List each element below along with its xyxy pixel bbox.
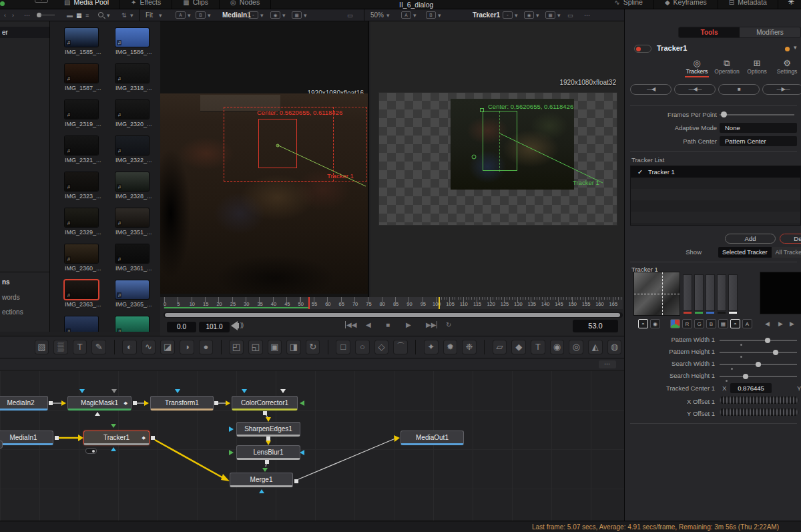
left-viewer-zoom[interactable]: Fit — [146, 11, 153, 19]
timeline-scroll-thumb[interactable] — [165, 313, 620, 317]
right-zoom-chevron-icon[interactable]: ▾ — [386, 11, 390, 19]
transform-icon[interactable]: ◰ — [230, 340, 243, 354]
text-plus-icon[interactable]: T — [73, 340, 87, 354]
media-clip[interactable]: ♫ — [115, 316, 160, 332]
top-tab-media-pool[interactable]: ▤Media Pool — [53, 0, 120, 9]
left-guides-icon[interactable]: ▦ — [292, 11, 302, 19]
right-guides-chevron-icon[interactable]: ▾ — [557, 11, 561, 19]
subtab-settings[interactable]: ⚙Settings — [772, 59, 801, 75]
show-segmented-control[interactable]: Selected Tracker All Trackers — [718, 247, 801, 258]
right-buffer-b-icon[interactable]: B — [426, 11, 436, 19]
y-offset-wheel[interactable] — [720, 409, 798, 416]
dve-icon[interactable]: ◱ — [249, 340, 262, 354]
media-clip[interactable]: ♫IMG_2320_... — [115, 100, 160, 135]
media-clip-thumbnail[interactable]: ♫ — [115, 244, 149, 263]
pattern-width-1-slider[interactable] — [720, 340, 797, 341]
search-height-1-slider[interactable] — [720, 376, 797, 377]
tracker-pattern-rect[interactable] — [258, 119, 297, 168]
node-lensblur1[interactable]: LensBlur1 — [236, 445, 300, 460]
image-plane-3d-icon[interactable]: ▱ — [493, 340, 507, 354]
media-clip[interactable]: ♫IMG_2360_... — [65, 244, 115, 279]
media-clip-thumbnail[interactable]: ♫ — [65, 136, 98, 155]
slider-handle[interactable] — [743, 374, 748, 379]
track-reverse-from-end-button[interactable]: —◀ — [630, 84, 672, 95]
media-clip[interactable]: ♫ — [65, 316, 115, 332]
color-curves-icon[interactable]: ∿ — [142, 340, 156, 354]
left-gamut-icon[interactable]: ◉ — [270, 11, 280, 19]
play-button[interactable]: ▶ — [405, 321, 412, 328]
particle-emitter-icon[interactable]: ✦ — [425, 340, 438, 354]
frames-per-point-slider[interactable] — [720, 114, 794, 115]
range-in-field[interactable]: 0.0 — [167, 322, 196, 332]
media-clip[interactable]: ♫IMG_2329_... — [65, 208, 115, 243]
add-tracker-button[interactable]: Add — [725, 234, 776, 244]
media-clip[interactable]: ♫IMG_1585_... — [65, 28, 115, 63]
right-layout-icon[interactable]: ▫ — [503, 11, 513, 19]
media-clip[interactable]: ♫IMG_2321_... — [65, 136, 115, 171]
node-sharpenedges1[interactable]: SharpenEdges1 — [236, 422, 300, 437]
left-buffer-b-icon[interactable]: B — [196, 11, 206, 19]
left-buffer-b-chevron-icon[interactable]: ▾ — [208, 11, 211, 19]
media-clip-thumbnail[interactable]: ♫ — [115, 172, 149, 191]
media-clip-thumbnail[interactable]: ♫ — [65, 64, 98, 83]
sort-icon[interactable]: ⇅ — [121, 11, 127, 19]
right-buffer-b-chevron-icon[interactable]: ▾ — [438, 11, 441, 19]
right-gamut-chevron-icon[interactable]: ▾ — [536, 11, 539, 19]
right-gamut-icon[interactable]: ◉ — [524, 11, 534, 19]
search-chevron-icon[interactable]: ▾ — [107, 11, 110, 19]
node-transform1[interactable]: Transform1 — [150, 396, 214, 411]
brightness-contrast-icon[interactable]: ◑ — [180, 340, 194, 354]
right-buffer-a-icon[interactable]: A — [401, 11, 411, 19]
media-clip[interactable]: ♫IMG_2363_... — [65, 280, 115, 315]
forward-icon[interactable]: › — [12, 11, 14, 19]
media-clip-thumbnail[interactable]: ♫ — [115, 100, 149, 119]
node-graph[interactable]: MediaIn2MagicMask1◆Transform1ColorCorrec… — [0, 370, 624, 521]
subtab-options[interactable]: ⊞Options — [742, 59, 772, 75]
text-3d-icon[interactable]: T — [531, 340, 545, 354]
pattern-first-frame-icon[interactable]: ◀ — [765, 320, 770, 327]
show-selected-tracker-option[interactable]: Selected Tracker — [718, 247, 772, 258]
stop-tracking-button[interactable]: ■ — [718, 84, 760, 95]
pattern-color-icon[interactable]: ◉ — [650, 319, 660, 328]
node-mediain1[interactable]: MediaIn1 — [0, 431, 53, 445]
tracker-node-toggle[interactable] — [85, 448, 97, 454]
media-clip-thumbnail[interactable]: ♫ — [65, 244, 98, 263]
node-colorcorrector1[interactable]: ColorCorrector1 — [232, 396, 298, 411]
channel-g-button[interactable]: G — [694, 319, 704, 328]
ellipse-mask-icon[interactable]: ○ — [356, 340, 369, 354]
left-single-view-icon[interactable]: ▭ — [347, 11, 353, 19]
go-first-frame-button[interactable]: ◀◀ — [345, 321, 357, 328]
node-header-chevron-icon[interactable]: ▾ — [794, 44, 797, 51]
renderer-3d-icon[interactable]: ◍ — [608, 340, 621, 354]
media-clip[interactable]: ♫IMG_1587_... — [65, 64, 115, 99]
sort-chevron-icon[interactable]: ▾ — [130, 11, 134, 19]
interface-toggle-icon[interactable]: ▾ — [35, 0, 48, 3]
media-clip[interactable]: ♫IMG_2365_... — [115, 280, 160, 315]
right-single-view-icon[interactable]: ▭ — [567, 11, 573, 19]
top-tab-effects[interactable]: ✦Effects — [120, 0, 172, 9]
tracker-rect-right[interactable] — [483, 111, 517, 171]
channel-a-button[interactable]: A — [742, 319, 752, 328]
layers-icon[interactable]: ▣ — [268, 340, 282, 354]
left-viewer[interactable]: 1920x1080xfloat16 Center: 0.5620655, 0.6… — [160, 21, 369, 297]
sidebar-bin-item[interactable]: ns — [0, 276, 50, 288]
left-buffer-a-chevron-icon[interactable]: ▾ — [188, 11, 191, 19]
sidebar-bin-item[interactable]: words — [0, 292, 50, 303]
time-speed-icon[interactable]: ↻ — [306, 340, 320, 354]
frames-per-point-handle[interactable] — [721, 111, 727, 117]
search-icon[interactable] — [98, 12, 103, 17]
node-editor-more-icon[interactable]: ⋯ — [599, 360, 616, 368]
stop-button[interactable]: ■ — [385, 321, 390, 328]
fast-noise-icon[interactable]: ▒ — [54, 340, 67, 354]
step-back-button[interactable]: ◀ — [365, 321, 372, 328]
media-clip-thumbnail[interactable]: ♫ — [65, 208, 98, 227]
tracker-corner-handle[interactable] — [480, 108, 484, 112]
camera-3d-icon[interactable]: ◎ — [569, 340, 583, 354]
media-clip-thumbnail[interactable]: ♫ — [115, 280, 149, 299]
sidebar-bin-item[interactable]: er — [0, 27, 50, 38]
pool-options-icon[interactable]: ⋯ — [24, 11, 30, 19]
channel-r-button[interactable]: R — [682, 319, 692, 328]
media-clip[interactable]: ♫IMG_2328_... — [115, 172, 160, 207]
top-tab-clips[interactable]: ▦Clips — [172, 0, 220, 9]
slider-handle[interactable] — [773, 350, 778, 355]
